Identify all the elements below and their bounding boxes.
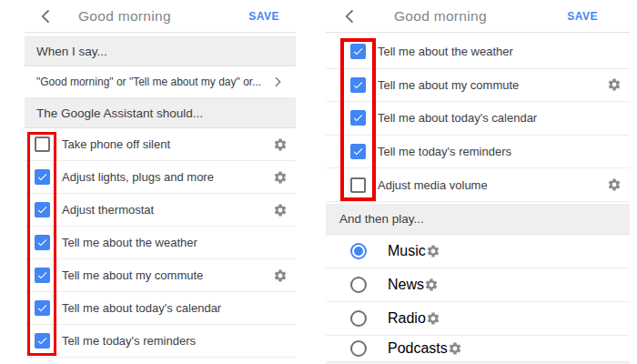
gear-icon[interactable]	[273, 268, 288, 283]
checkbox[interactable]	[35, 300, 50, 316]
section-label: And then play...	[339, 212, 424, 226]
action-label: Adjust thermostat	[62, 203, 273, 217]
checkbox[interactable]	[350, 110, 366, 126]
play-option-label: Music	[388, 243, 426, 259]
action-row-weather[interactable]: Tell me about the weather	[25, 227, 296, 259]
checkbox[interactable]	[35, 235, 50, 250]
play-option-radio[interactable]: Radio	[326, 302, 630, 336]
action-label: Tell me about my commute	[62, 268, 273, 282]
checkbox[interactable]	[35, 333, 50, 349]
radio-button[interactable]	[350, 243, 367, 259]
action-row-media-volume[interactable]: Adjust media volume	[326, 168, 630, 202]
check-icon	[36, 269, 48, 281]
chevron-left-icon	[341, 7, 359, 25]
action-label: Tell me about today's calendar	[62, 301, 288, 315]
chevron-left-icon	[37, 7, 56, 25]
page-title: Good morning	[78, 8, 171, 25]
left-action-list: Take phone off silent Adjust lights, plu…	[25, 128, 296, 358]
action-row-commute[interactable]: Tell me about my commute	[25, 259, 296, 292]
play-option-label: Radio	[388, 310, 426, 327]
action-label: Adjust lights, plugs and more	[62, 170, 273, 184]
checkbox[interactable]	[35, 136, 50, 152]
gear-icon[interactable]	[448, 341, 462, 356]
gear-icon[interactable]	[426, 311, 440, 326]
page-title: Good morning	[394, 8, 487, 25]
chevron-right-icon	[270, 75, 285, 89]
back-button[interactable]	[341, 7, 359, 25]
check-icon	[352, 112, 364, 124]
trigger-phrase-label: "Good morning" or "Tell me about my day"…	[36, 76, 270, 88]
play-option-news[interactable]: News	[326, 268, 630, 302]
gear-icon[interactable]	[607, 177, 622, 192]
action-label: Adjust media volume	[378, 178, 607, 192]
action-label: Tell me about today's calendar	[378, 111, 622, 125]
action-label: Tell me about my commute	[378, 78, 607, 92]
checkbox[interactable]	[350, 44, 366, 59]
section-header-and-then-play: And then play...	[326, 204, 630, 235]
check-icon	[36, 171, 48, 183]
back-button[interactable]	[37, 7, 56, 25]
section-header-when-i-say: When I say...	[25, 36, 296, 66]
checkbox[interactable]	[350, 144, 366, 159]
action-row-take-phone-off-silent[interactable]: Take phone off silent	[25, 128, 296, 161]
action-row-adjust-lights[interactable]: Adjust lights, plugs and more	[25, 161, 296, 194]
action-row-commute[interactable]: Tell me about my commute	[326, 69, 630, 103]
gear-icon[interactable]	[273, 170, 288, 185]
gear-icon[interactable]	[426, 244, 440, 258]
action-row-weather[interactable]: Tell me about the weather	[326, 35, 630, 69]
action-label: Tell me today's reminders	[378, 145, 622, 158]
action-label: Tell me about the weather	[62, 236, 288, 249]
section-label: When I say...	[36, 45, 107, 58]
check-icon	[36, 335, 48, 347]
check-icon	[36, 237, 48, 248]
screenshot-canvas: Good morning SAVE When I say... "Good mo…	[0, 0, 637, 364]
action-row-calendar[interactable]: Tell me about today's calendar	[326, 102, 630, 136]
action-row-reminders[interactable]: Tell me today's reminders	[25, 325, 296, 358]
checkbox[interactable]	[350, 77, 366, 93]
action-row-calendar[interactable]: Tell me about today's calendar	[25, 292, 296, 325]
radio-button[interactable]	[350, 310, 367, 327]
section-label: The Google Assistant should...	[36, 106, 203, 120]
play-option-music[interactable]: Music	[326, 235, 630, 268]
action-row-reminders[interactable]: Tell me today's reminders	[326, 136, 630, 169]
checkbox[interactable]	[35, 268, 50, 283]
right-screen: Good morning SAVE Tell me about the weat…	[326, 0, 630, 364]
action-label: Tell me about the weather	[378, 45, 622, 58]
checkbox[interactable]	[35, 202, 50, 217]
radio-button[interactable]	[350, 340, 367, 357]
gear-icon[interactable]	[424, 278, 439, 292]
check-icon	[352, 79, 364, 91]
check-icon	[36, 302, 48, 314]
checkbox[interactable]	[35, 169, 50, 185]
radio-button[interactable]	[350, 277, 367, 293]
action-label: Take phone off silent	[62, 137, 273, 151]
save-button[interactable]: SAVE	[248, 10, 279, 23]
action-label: Tell me today's reminders	[62, 334, 288, 348]
save-button[interactable]: SAVE	[567, 10, 598, 23]
check-icon	[352, 146, 364, 157]
trigger-phrase-row[interactable]: "Good morning" or "Tell me about my day"…	[25, 66, 296, 98]
left-screen: Good morning SAVE When I say... "Good mo…	[25, 0, 296, 364]
left-appbar: Good morning SAVE	[25, 0, 296, 33]
right-appbar: Good morning SAVE	[326, 0, 630, 33]
section-header-assistant-should: The Google Assistant should...	[25, 98, 296, 128]
play-options-list: Music News Radio Podcasts	[326, 235, 630, 364]
play-option-label: Podcasts	[388, 340, 448, 357]
right-action-list: Tell me about the weather Tell me about …	[326, 35, 630, 202]
play-option-podcasts[interactable]: Podcasts	[326, 336, 630, 362]
gear-icon[interactable]	[607, 77, 622, 92]
play-option-label: News	[388, 277, 424, 293]
check-icon	[352, 46, 364, 57]
checkbox[interactable]	[350, 177, 366, 193]
check-icon	[36, 204, 48, 216]
gear-icon[interactable]	[273, 137, 288, 152]
action-row-adjust-thermostat[interactable]: Adjust thermostat	[25, 194, 296, 227]
gear-icon[interactable]	[273, 203, 288, 217]
